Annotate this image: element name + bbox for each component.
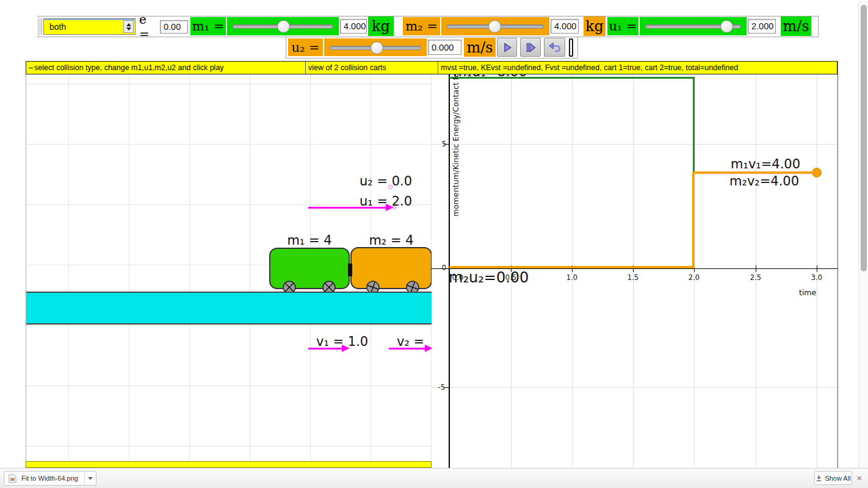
scrollbar-track[interactable] bbox=[858, 0, 868, 468]
m2-slider[interactable] bbox=[441, 17, 549, 35]
caret-down-icon bbox=[88, 477, 93, 480]
x-tick-label: 2.0 bbox=[689, 273, 700, 282]
download-file-name: Fit to Width-64.png bbox=[16, 475, 84, 482]
u1-slider[interactable] bbox=[640, 17, 747, 35]
x-tick-label: 0.5 bbox=[505, 273, 516, 282]
text-cursor-artifact bbox=[569, 38, 573, 57]
m1-unit-label: kg bbox=[368, 16, 394, 36]
sim-panel-footer-strip bbox=[26, 461, 432, 468]
series-green-line bbox=[693, 77, 695, 173]
panel-border bbox=[837, 61, 838, 468]
e-label: e = bbox=[139, 18, 159, 35]
toolbar-grip[interactable] bbox=[40, 18, 43, 35]
u1-velocity-arrow bbox=[308, 207, 386, 209]
gridline bbox=[432, 144, 837, 145]
step-icon bbox=[524, 41, 537, 54]
x-tick-label: 3.0 bbox=[811, 273, 822, 282]
tick-mark bbox=[29, 68, 33, 68]
u1-label: u₁ = bbox=[607, 17, 638, 35]
sim-panel: u₂ = 0.0 u₁ = 2.0 m₁ = 4 m₂ = 4 v₁ = 1.0 bbox=[26, 74, 432, 461]
app-window: both e = 0.00 m₁ = 4.000 kg m₂ = 4.000 k… bbox=[0, 0, 868, 488]
play-icon bbox=[501, 41, 513, 54]
scrollbar-thumb[interactable] bbox=[861, 5, 867, 271]
v1-arrow-head bbox=[342, 345, 350, 352]
u1-input[interactable]: 2.000 bbox=[748, 19, 776, 34]
graph-panel: m₁u₁=8.00 m₁v₁=4.00 m₂v₂=4.00 m₂u₂=0.00 … bbox=[432, 74, 837, 468]
v1-velocity-arrow bbox=[308, 348, 342, 350]
y-tick-label: -5 bbox=[432, 383, 445, 392]
x-tick-label: 1.0 bbox=[566, 273, 577, 282]
m2-slider-thumb[interactable] bbox=[488, 20, 501, 33]
u2-slider[interactable] bbox=[324, 38, 427, 56]
x-tick-label: 1.5 bbox=[627, 273, 638, 282]
u2-marker[interactable] bbox=[388, 185, 392, 189]
m1v1-annotation: m₁v₁=4.00 bbox=[731, 157, 800, 171]
m2-input[interactable]: 4.000 bbox=[551, 19, 579, 34]
bumper bbox=[348, 264, 352, 276]
collision-type-select[interactable]: both bbox=[43, 18, 136, 35]
show-all-label: Show All bbox=[825, 475, 850, 482]
y-tick-label: 0 bbox=[433, 264, 446, 272]
downloads-bar: Fit to Width-64.png Show All × bbox=[0, 468, 868, 488]
gridline bbox=[432, 387, 837, 388]
status-hint: select collision type, change m1,u1,m2,u… bbox=[26, 62, 306, 74]
e-input[interactable]: 0.00 bbox=[160, 20, 188, 34]
download-icon bbox=[816, 475, 822, 481]
series-orange-marker bbox=[812, 168, 822, 178]
series-orange-line bbox=[692, 172, 695, 268]
x-tick bbox=[817, 265, 817, 272]
status-view-title: view of 2 collision carts bbox=[306, 62, 438, 74]
play-button[interactable] bbox=[497, 38, 517, 57]
u2-unit-label: m/s bbox=[464, 38, 496, 57]
select-spinner-icon[interactable] bbox=[123, 20, 134, 33]
m2-unit-label: kg bbox=[584, 16, 606, 36]
cart2-orange[interactable] bbox=[350, 247, 432, 289]
track bbox=[26, 292, 432, 325]
u2-value-label: u₂ = 0.0 bbox=[360, 174, 412, 188]
u2-label: u₂ = bbox=[288, 38, 323, 56]
u2-slider-thumb[interactable] bbox=[371, 41, 383, 54]
v2-velocity-arrow bbox=[389, 348, 425, 350]
download-item[interactable]: Fit to Width-64.png bbox=[4, 471, 96, 486]
y-axis-title: momentum/Kinetic Energy/Contact force bbox=[451, 74, 460, 217]
m1-input[interactable]: 4.000 bbox=[340, 19, 367, 34]
cart1-mass-label: m₁ = 4 bbox=[269, 233, 350, 248]
m1-slider-thumb[interactable] bbox=[277, 20, 290, 33]
status-flags: mvst =true, KEvst =undefined, Fvst =unde… bbox=[438, 62, 837, 74]
file-icon bbox=[4, 474, 16, 483]
x-tick-label: 0.0 bbox=[452, 273, 463, 282]
u2-input[interactable]: 0.000 bbox=[428, 40, 461, 55]
m2v2-annotation: m₂v₂=4.00 bbox=[729, 174, 799, 188]
u1-marker[interactable] bbox=[392, 206, 396, 209]
x-tick-label: 2.5 bbox=[750, 273, 761, 282]
status-bar: select collision type, change m1,u1,m2,u… bbox=[26, 61, 837, 74]
u1-unit-label: m/s bbox=[781, 16, 811, 36]
u1-slider-thumb[interactable] bbox=[720, 20, 733, 33]
m1-slider[interactable] bbox=[227, 17, 339, 35]
reset-icon bbox=[548, 41, 562, 54]
collision-type-value: both bbox=[49, 22, 66, 32]
step-button[interactable] bbox=[520, 38, 541, 57]
v2-arrow-head bbox=[425, 345, 432, 352]
cart2-mass-label: m₂ = 4 bbox=[350, 233, 432, 248]
y-tick-label: 5 bbox=[433, 140, 446, 148]
x-tick bbox=[756, 265, 756, 272]
v2-value-label: v₂ = bbox=[397, 334, 424, 349]
m2-label: m₂ = bbox=[403, 17, 440, 35]
m1u1-annotation: m₁u₁=8.00 bbox=[454, 74, 527, 79]
m1-label: m₁ = bbox=[190, 17, 226, 35]
cart1-green[interactable] bbox=[269, 248, 350, 289]
download-item-menu[interactable] bbox=[84, 472, 96, 485]
close-icon[interactable]: × bbox=[854, 472, 865, 483]
series-orange-line bbox=[449, 266, 693, 268]
x-axis-title: time bbox=[799, 288, 816, 297]
show-all-downloads-button[interactable]: Show All bbox=[814, 471, 852, 485]
reset-button[interactable] bbox=[544, 38, 565, 57]
